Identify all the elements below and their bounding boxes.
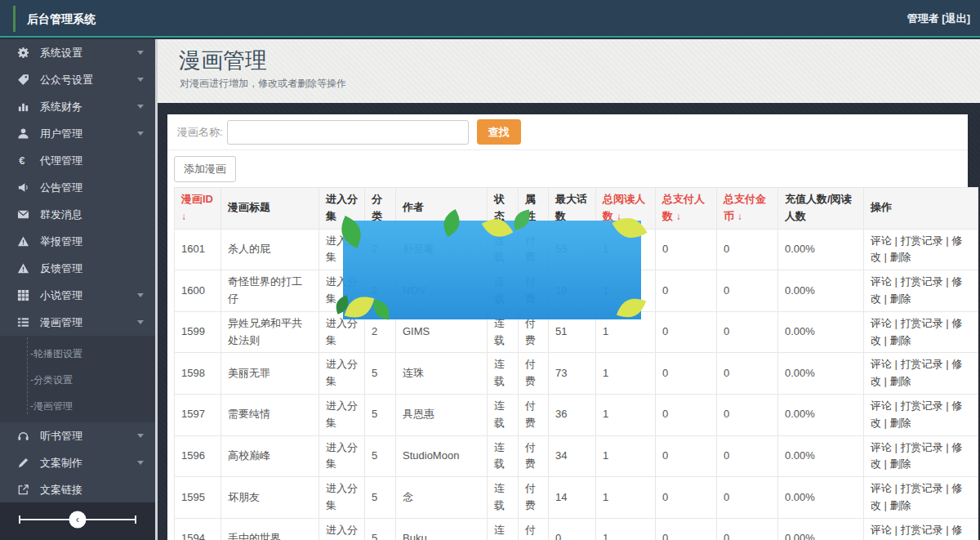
gear-icon [16, 47, 29, 60]
action-link-3[interactable]: 删除 [890, 292, 911, 305]
collapse-handle[interactable]: ‹ [69, 511, 87, 529]
cell-ratio: 0.00% [778, 477, 864, 519]
enter-episodes-link[interactable]: 进入分集 [326, 399, 358, 429]
cell-comic-id: 1597 [175, 394, 221, 435]
sidebar-subitem-1[interactable]: -分类设置 [0, 367, 155, 393]
table-row: 1594 手中的世界 进入分集 5 Buku 连载 付费 0 1 0 0 0.0… [175, 518, 978, 540]
sidebar-item-0[interactable]: 系统设置 [0, 39, 155, 66]
sidebar-item-4[interactable]: € 代理管理 [0, 147, 155, 174]
action-separator: | [892, 358, 901, 370]
cell-max: 14 [549, 477, 596, 519]
sidebar-item-6[interactable]: 群发消息 [0, 201, 155, 228]
search-button[interactable]: 查找 [477, 119, 521, 145]
action-link-1[interactable]: 打赏记录 [901, 399, 943, 412]
cell-attr: 付费 [519, 477, 549, 519]
sidebar-item-10[interactable]: 漫画管理 [0, 309, 155, 336]
sidebar: 系统设置 公众号设置 系统财务 用户管理 € 代理管理 公告管理 群发消息 举报… [0, 39, 155, 540]
action-link-0[interactable]: 评论 [871, 399, 892, 412]
sidebar-item-2[interactable]: 系统财务 [0, 93, 155, 120]
enter-episodes-link[interactable]: 进入分集 [326, 358, 358, 387]
cell-actions: 评论 | 打赏记录 | 修改 | 删除 [864, 353, 978, 395]
chevron-down-icon [137, 132, 144, 136]
action-link-1[interactable]: 打赏记录 [901, 275, 943, 288]
toolbar: 添加漫画 [167, 150, 968, 187]
sidebar-subitem-0[interactable]: -轮播图设置 [0, 341, 155, 367]
enter-episodes-link[interactable]: 进入分集 [326, 317, 358, 346]
list-icon [16, 316, 29, 329]
sidebar-item-7[interactable]: 举报管理 [0, 228, 155, 255]
action-link-1[interactable]: 打赏记录 [901, 317, 943, 329]
enter-episodes-link[interactable]: 进入分集 [326, 441, 358, 471]
chevron-down-icon [137, 461, 144, 465]
sidebar-menu: 系统设置 公众号设置 系统财务 用户管理 € 代理管理 公告管理 群发消息 举报… [0, 39, 155, 503]
action-link-0[interactable]: 评论 [871, 317, 892, 329]
action-separator: | [892, 482, 901, 494]
cell-comic-id: 1601 [175, 229, 221, 270]
sidebar-item-9[interactable]: 小说管理 [0, 282, 155, 309]
action-link-0[interactable]: 评论 [871, 524, 892, 536]
sidebar-collapse-slider[interactable]: ‹ [20, 519, 136, 520]
cell-payers: 0 [656, 477, 717, 519]
cell-enter: 进入分集 [319, 477, 365, 519]
cell-payers: 0 [656, 394, 717, 435]
action-link-3[interactable]: 删除 [890, 375, 911, 387]
column-header[interactable]: 漫画ID ↓ [175, 188, 221, 230]
cell-actions: 评论 | 打赏记录 | 修改 | 删除 [864, 394, 978, 435]
cell-comic-id: 1598 [175, 353, 221, 395]
action-link-1[interactable]: 打赏记录 [901, 234, 943, 247]
table-row: 1596 高校巅峰 进入分集 5 StudioMoon 连载 付费 34 1 0… [175, 435, 978, 477]
search-input[interactable] [227, 120, 469, 145]
cell-enter: 进入分集 [319, 518, 365, 540]
action-link-0[interactable]: 评论 [871, 234, 892, 247]
sidebar-item-3[interactable]: 用户管理 [0, 120, 155, 147]
action-link-3[interactable]: 删除 [890, 334, 911, 346]
sidebar-item-8[interactable]: 反馈管理 [0, 255, 155, 282]
svg-text:€: € [19, 154, 25, 167]
censor-sticker-overlay [343, 221, 641, 319]
sidebar-item-5[interactable]: 公告管理 [0, 174, 155, 201]
action-link-0[interactable]: 评论 [871, 358, 892, 370]
action-link-3[interactable]: 删除 [890, 457, 911, 470]
sidebar-item-11[interactable]: 听书管理 [0, 422, 155, 449]
cell-category: 5 [365, 477, 396, 519]
sidebar-item-1[interactable]: 公众号设置 [0, 66, 155, 93]
cell-category: 5 [365, 435, 396, 477]
sidebar-item-12[interactable]: 文案制作 [0, 449, 155, 476]
action-link-0[interactable]: 评论 [871, 482, 892, 494]
action-separator: | [943, 317, 952, 329]
action-separator: | [892, 524, 901, 536]
action-link-0[interactable]: 评论 [871, 275, 892, 288]
action-link-1[interactable]: 打赏记录 [901, 524, 943, 536]
action-link-1[interactable]: 打赏记录 [901, 441, 943, 453]
action-separator: | [892, 441, 901, 453]
enter-episodes-link[interactable]: 进入分集 [326, 524, 358, 540]
brand-accent-bar [13, 6, 16, 32]
column-header[interactable]: 总支付人数 ↓ [656, 188, 717, 230]
cell-status: 连载 [488, 353, 519, 395]
logout-link[interactable]: 管理者 [退出] [907, 0, 970, 38]
action-link-1[interactable]: 打赏记录 [901, 482, 943, 494]
sidebar-item-13[interactable]: 文案链接 [0, 476, 155, 503]
cell-author: Buku [396, 518, 488, 540]
action-separator: | [892, 317, 901, 329]
action-separator: | [892, 234, 901, 247]
column-header[interactable]: 总支付金币 ↓ [717, 188, 778, 230]
action-link-0[interactable]: 评论 [871, 441, 892, 453]
search-bar: 漫画名称: 查找 [167, 114, 968, 150]
action-separator: | [943, 482, 952, 494]
cell-payers: 0 [656, 435, 717, 477]
action-link-3[interactable]: 删除 [890, 251, 911, 263]
cell-author: 念 [396, 477, 488, 519]
bar-chart-icon [16, 100, 29, 114]
cell-category: 5 [365, 394, 396, 435]
cell-coins: 0 [717, 477, 778, 519]
enter-episodes-link[interactable]: 进入分集 [326, 482, 358, 511]
add-comic-button[interactable]: 添加漫画 [174, 156, 236, 182]
action-link-3[interactable]: 删除 [890, 499, 911, 511]
sidebar-subitem-2[interactable]: -漫画管理 [0, 393, 155, 419]
action-link-1[interactable]: 打赏记录 [901, 358, 943, 370]
tag-icon [16, 74, 29, 87]
cell-max: 0 [549, 518, 596, 540]
action-link-3[interactable]: 删除 [890, 417, 911, 429]
cell-ratio: 0.00% [778, 311, 864, 353]
